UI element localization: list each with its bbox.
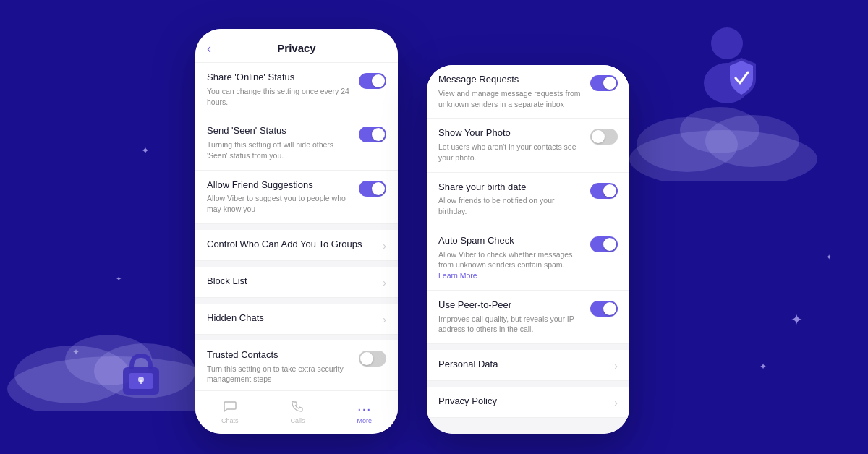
settings-item-add-to-groups[interactable]: Control Who Can Add You To Groups › <box>195 230 398 261</box>
setting-desc: You can change this setting once every 2… <box>207 86 353 107</box>
setting-label: Auto Spam Check <box>438 235 584 247</box>
svg-rect-7 <box>140 380 142 384</box>
setting-desc: Turn this setting on to take extra secur… <box>207 364 353 385</box>
setting-label: Personal Data <box>438 359 608 371</box>
chat-icon <box>224 401 237 416</box>
settings-list-right: Message Requests View and manage message… <box>427 65 629 434</box>
setting-label: Trusted Contacts <box>207 349 353 361</box>
settings-item-trusted-contacts: Trusted Contacts Turn this setting on to… <box>195 340 398 394</box>
settings-item-personal-data[interactable]: Personal Data › <box>427 350 629 381</box>
more-icon: ··· <box>357 401 372 416</box>
setting-label: Allow Friend Suggestions <box>207 179 353 192</box>
setting-label: Share 'Online' Status <box>207 72 353 84</box>
setting-label: Block List <box>207 275 377 288</box>
toggle-trusted-contacts[interactable] <box>359 351 386 367</box>
settings-list-left: Share 'Online' Status You can change thi… <box>195 63 398 432</box>
settings-item-privacy-policy[interactable]: Privacy Policy › <box>427 387 629 418</box>
toggle-seen-status[interactable] <box>359 127 386 142</box>
setting-label: Hidden Chats <box>207 312 377 325</box>
settings-item-friend-suggestions: Allow Friend Suggestions Allow Viber to … <box>195 171 398 224</box>
star-icon: ✦ <box>141 145 150 156</box>
learn-more-link[interactable]: Learn More <box>438 271 477 280</box>
person-shield-decoration <box>687 22 774 126</box>
settings-item-block-list[interactable]: Block List › <box>195 267 398 298</box>
setting-label: Message Requests <box>438 74 584 86</box>
setting-label: Control Who Can Add You To Groups <box>207 239 377 251</box>
nav-label-chats: Chats <box>221 417 239 424</box>
setting-desc: Allow friends to be notified on your bir… <box>438 195 584 216</box>
chevron-right-icon: › <box>383 240 386 252</box>
star-icon: ✦ <box>826 253 832 261</box>
toggle-peer-to-peer[interactable] <box>590 301 618 317</box>
star-icon: ✦ <box>116 275 122 283</box>
setting-label: Show Your Photo <box>438 127 584 140</box>
settings-item-seen-status: Send 'Seen' Status Turning this setting … <box>195 116 398 170</box>
chevron-right-icon: › <box>614 360 618 372</box>
phone-left: ‹ Privacy Share 'Online' Status You can … <box>195 29 398 434</box>
star-icon: ✦ <box>760 361 767 372</box>
toggle-friend-suggestions[interactable] <box>359 181 386 197</box>
nav-item-chats[interactable]: Chats <box>221 401 239 424</box>
page-title: Privacy <box>277 42 315 54</box>
settings-item-message-requests: Message Requests View and manage message… <box>427 65 629 119</box>
bottom-nav: Chats Calls ··· More <box>195 390 398 434</box>
back-button[interactable]: ‹ <box>207 41 211 56</box>
toggle-birth-date[interactable] <box>590 183 618 199</box>
setting-desc: Allow Viber to check whether messages fr… <box>438 249 584 281</box>
toggle-online-status[interactable] <box>359 73 386 89</box>
setting-label: Use Peer-to-Peer <box>438 299 584 312</box>
phone-left-header: ‹ Privacy <box>195 29 398 63</box>
setting-desc: View and manage message requests from un… <box>438 88 584 109</box>
setting-desc: Improves call quality, but reveals your … <box>438 314 584 335</box>
settings-item-show-photo: Show Your Photo Let users who aren't in … <box>427 119 629 172</box>
nav-label-calls: Calls <box>290 417 305 424</box>
toggle-message-requests[interactable] <box>590 75 618 91</box>
nav-item-calls[interactable]: Calls <box>290 401 305 424</box>
chevron-right-icon: › <box>614 397 618 408</box>
setting-desc: Let users who aren't in your contacts se… <box>438 142 584 163</box>
settings-item-hidden-chats[interactable]: Hidden Chats › <box>195 304 398 335</box>
nav-label-more: More <box>357 417 372 424</box>
lock-icon-decoration <box>116 346 166 396</box>
setting-label: Send 'Seen' Status <box>207 125 353 137</box>
settings-item-online-status: Share 'Online' Status You can change thi… <box>195 63 398 116</box>
setting-desc: Allow Viber to suggest you to people who… <box>207 193 353 214</box>
settings-item-auto-spam: Auto Spam Check Allow Viber to check whe… <box>427 226 629 291</box>
setting-label: Privacy Policy <box>438 395 608 408</box>
phone-right: Message Requests View and manage message… <box>427 65 629 434</box>
nav-item-more[interactable]: ··· More <box>357 401 372 424</box>
toggle-auto-spam[interactable] <box>590 236 618 252</box>
chevron-right-icon: › <box>383 314 386 325</box>
star-icon: ✦ <box>791 311 803 328</box>
settings-item-birth-date: Share your birth date Allow friends to b… <box>427 173 629 226</box>
setting-desc: Turning this setting off will hide other… <box>207 140 353 160</box>
phone-icon <box>292 401 303 416</box>
settings-item-peer-to-peer: Use Peer-to-Peer Improves call quality, … <box>427 291 629 344</box>
toggle-show-photo[interactable] <box>590 129 618 145</box>
setting-label: Share your birth date <box>438 181 584 194</box>
chevron-right-icon: › <box>383 277 386 288</box>
svg-point-12 <box>711 27 743 59</box>
